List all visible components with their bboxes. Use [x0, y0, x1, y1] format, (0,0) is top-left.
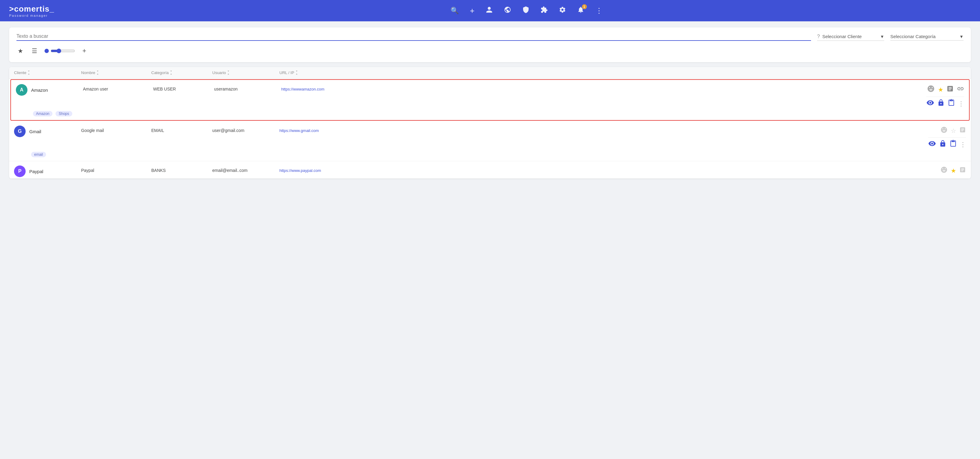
notes-icon[interactable] [959, 127, 966, 135]
globe-icon[interactable] [504, 6, 511, 15]
avatar: P [14, 165, 25, 177]
category-select-label: Seleccionar Categoría [890, 34, 957, 39]
client-cell: P Paypal [14, 165, 81, 177]
client-select[interactable]: ? Seleccionar Cliente ▼ [817, 34, 884, 41]
entry-category: BANKS [151, 165, 212, 173]
slider-dot [45, 49, 49, 53]
help-icon[interactable]: ? [817, 34, 820, 39]
more-icon[interactable]: ⋮ [958, 100, 964, 107]
logo-title: >comertis_ [9, 4, 70, 14]
puzzle-icon[interactable] [541, 6, 548, 15]
th-categoria: Categoría ▼▲ [151, 70, 212, 75]
eye-icon[interactable] [928, 140, 936, 149]
app-header: >comertis_ Password manager 🔍 + 1 ⋮ [0, 0, 980, 21]
entry-url: https://www.gmail.com [279, 125, 887, 133]
entry-user: user@gmail.com [212, 125, 279, 133]
logo-subtitle: Password manager [9, 14, 70, 17]
main-content: ? Seleccionar Cliente ▼ Seleccionar Cate… [0, 21, 980, 185]
th-usuario: Usuario ▼▲ [212, 70, 279, 75]
category-select[interactable]: Seleccionar Categoría ▼ [890, 34, 964, 41]
action-icons-top: ☆ [940, 126, 966, 135]
list-view-button[interactable]: ☰ [30, 46, 38, 56]
notes-icon[interactable] [947, 85, 954, 94]
link-icon[interactable] [957, 85, 964, 94]
tag-email[interactable]: email [31, 152, 46, 157]
row-main: P Paypal Paypal BANKS email@email..com h… [9, 161, 971, 178]
action-icons-top: ★ [927, 85, 964, 94]
client-name: Amazon [31, 87, 48, 93]
table-row: G Gmail Google mail EMAIL user@gmail.com… [9, 121, 971, 161]
tag-shops[interactable]: Shops [56, 111, 72, 116]
notification-badge: 1 [582, 4, 587, 9]
notes-icon[interactable] [959, 167, 966, 175]
shield-icon[interactable] [522, 6, 530, 15]
entry-url-link[interactable]: https://www.paypal.com [279, 166, 321, 173]
th-cliente: Cliente ▼▲ [14, 70, 81, 75]
entry-name: Amazon user [83, 84, 153, 91]
table-container: Cliente ▼▲ Nombre ▼▲ Categoría ▼▲ Usuari… [9, 67, 971, 179]
clipboard-icon[interactable] [950, 140, 957, 149]
row-tags: Amazon Shops [11, 110, 969, 120]
lock-icon[interactable] [939, 140, 947, 149]
entry-url: https://wwwamazon.com [281, 84, 885, 91]
star-icon[interactable]: ☆ [951, 127, 956, 134]
client-select-label: Seleccionar Cliente [822, 34, 878, 39]
smiley-icon[interactable] [927, 85, 935, 94]
entry-url-link[interactable]: https://wwwamazon.com [281, 84, 325, 91]
search-input[interactable] [16, 33, 811, 39]
table-row: P Paypal Paypal BANKS email@email..com h… [9, 161, 971, 179]
add-entry-button[interactable]: + [81, 46, 88, 56]
entry-name: Paypal [81, 165, 151, 173]
favorites-filter-button[interactable]: ★ [16, 46, 24, 56]
header-icons: 🔍 + 1 ⋮ [82, 6, 971, 16]
entry-name: Google mail [81, 125, 151, 133]
action-icons-bottom: ⋮ [928, 137, 966, 149]
kebab-menu-icon[interactable]: ⋮ [595, 6, 603, 15]
smiley-icon[interactable] [940, 166, 948, 175]
table-header: Cliente ▼▲ Nombre ▼▲ Categoría ▼▲ Usuari… [9, 67, 971, 79]
client-cell: A Amazon [16, 84, 83, 96]
tag-amazon[interactable]: Amazon [33, 111, 52, 116]
entry-user: useramazon [214, 84, 281, 91]
entry-url-link[interactable]: https://www.gmail.com [279, 126, 319, 133]
th-nombre: Nombre ▼▲ [81, 70, 151, 75]
toolbar: ★ ☰ + [16, 46, 964, 56]
entry-user: email@email..com [212, 165, 279, 173]
avatar: G [14, 125, 25, 137]
search-bar: ? Seleccionar Cliente ▼ Seleccionar Cate… [9, 27, 971, 62]
client-name: Gmail [29, 129, 41, 134]
th-url: URL / IP ▼▲ [279, 70, 887, 75]
lock-icon[interactable] [937, 99, 945, 108]
eye-icon[interactable] [926, 99, 934, 108]
client-cell: G Gmail [14, 125, 81, 137]
row-actions: ☆ [887, 125, 966, 149]
clipboard-icon[interactable] [948, 99, 955, 108]
search-icon[interactable]: 🔍 [450, 7, 459, 14]
settings-icon[interactable] [559, 6, 566, 15]
entry-category: WEB USER [153, 84, 214, 91]
star-icon[interactable]: ★ [938, 86, 943, 93]
entry-category: EMAIL [151, 125, 212, 133]
smiley-icon[interactable] [940, 126, 948, 135]
search-input-wrap [16, 33, 811, 41]
client-select-chevron: ▼ [880, 34, 884, 39]
avatar: A [16, 84, 27, 96]
slider-wrap [45, 48, 75, 53]
th-actions [887, 70, 966, 75]
row-actions: ★ [885, 84, 964, 108]
star-icon[interactable]: ★ [951, 167, 956, 174]
bell-icon[interactable]: 1 [577, 6, 584, 15]
add-icon[interactable]: + [470, 6, 474, 16]
action-icons-top: ★ [940, 166, 966, 175]
row-actions: ★ [887, 165, 966, 175]
row-main: G Gmail Google mail EMAIL user@gmail.com… [9, 121, 971, 150]
table-row: A Amazon Amazon user WEB USER useramazon… [10, 79, 970, 121]
logo: >comertis_ Password manager [9, 4, 70, 17]
search-row: ? Seleccionar Cliente ▼ Seleccionar Cate… [16, 33, 964, 41]
entry-url: https://www.paypal.com [279, 165, 887, 173]
row-main: A Amazon Amazon user WEB USER useramazon… [11, 80, 969, 110]
more-icon[interactable]: ⋮ [960, 141, 966, 148]
person-icon[interactable] [485, 6, 493, 15]
category-select-chevron: ▼ [959, 34, 964, 39]
zoom-slider[interactable] [51, 48, 75, 53]
